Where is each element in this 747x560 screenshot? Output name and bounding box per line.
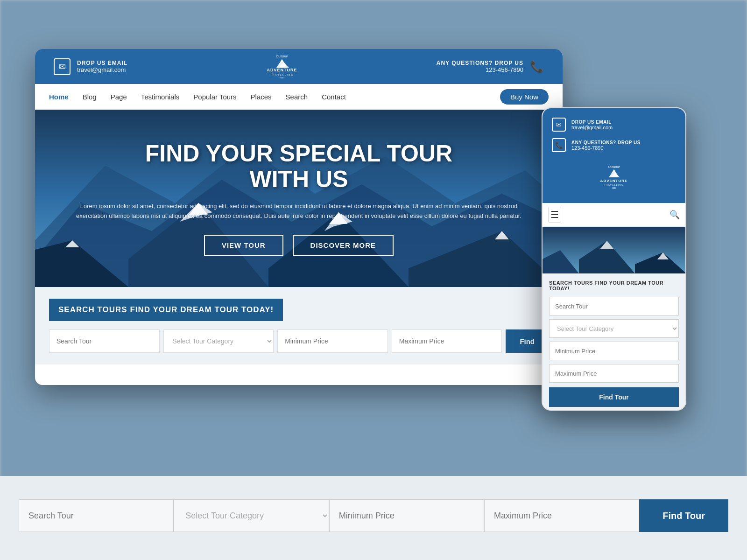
mobile-find-button[interactable]: Find Tour <box>549 387 679 407</box>
mobile-phone-value: 123-456-7890 <box>571 145 641 151</box>
svg-text:Outdoor: Outdoor <box>608 165 620 168</box>
mobile-search-section: SEARCH TOURS FIND YOUR DREAM TOUR TODAY!… <box>543 273 685 411</box>
header-email-text: DROP US EMAIL travel@gmail.com <box>77 60 127 73</box>
mobile-phone-info: ANY QUESTIONS? DROP US 123-456-7890 <box>571 140 641 151</box>
email-icon: ✉ <box>54 58 70 75</box>
nav-item-blog[interactable]: Blog <box>83 93 97 101</box>
view-tour-button[interactable]: VIEW TOUR <box>204 235 283 256</box>
mobile-phone-row: 📞 ANY QUESTIONS? DROP US 123-456-7890 <box>552 138 676 152</box>
header-logo: Outdoor ADVENTURE TRAVELLING 1947 <box>263 53 301 80</box>
mobile-email-label: DROP US EMAIL <box>571 119 613 125</box>
hero-section: FIND YOUR SPECIAL TOUR WITH US Lorem ips… <box>35 110 563 287</box>
hero-title: FIND YOUR SPECIAL TOUR WITH US <box>72 141 525 192</box>
mobile-email-info: DROP US EMAIL travel@gmail.com <box>571 119 613 130</box>
mobile-search-heading: SEARCH TOURS FIND YOUR DREAM TOUR TODAY! <box>549 280 679 291</box>
svg-marker-23 <box>613 169 615 172</box>
hero-buttons: VIEW TOUR DISCOVER MORE <box>72 235 525 256</box>
search-tour-input[interactable] <box>49 329 160 353</box>
mobile-header: ✉ DROP US EMAIL travel@gmail.com 📞 ANY Q… <box>543 108 685 203</box>
email-value: travel@gmail.com <box>77 66 127 73</box>
discover-more-button[interactable]: DISCOVER MORE <box>293 235 394 256</box>
mobile-search-input[interactable] <box>549 297 679 315</box>
mobile-search-icon[interactable]: 🔍 <box>669 210 680 220</box>
max-price-input[interactable] <box>392 329 502 353</box>
svg-text:1947: 1947 <box>279 77 284 78</box>
bottom-category-select[interactable]: Select Tour Category <box>174 499 329 532</box>
mobile-max-price-input[interactable] <box>549 364 679 383</box>
nav-item-popular-tours[interactable]: Popular Tours <box>193 93 236 101</box>
mobile-category-select[interactable]: Select Tour Category Adventure Tours Bea… <box>549 319 679 338</box>
bottom-min-price-input[interactable] <box>329 499 484 532</box>
svg-marker-3 <box>281 59 283 62</box>
category-select[interactable]: Select Tour Category Adventure Tours Bea… <box>163 329 274 353</box>
bottom-search-bar: Select Tour Category Find Tour <box>0 499 747 532</box>
nav-item-page[interactable]: Page <box>111 93 127 101</box>
hero-description: Lorem ipsum dolor sit amet, consectetur … <box>72 202 525 221</box>
phone-label: ANY QUESTIONS? DROP US <box>437 60 523 66</box>
svg-text:ADVENTURE: ADVENTURE <box>600 179 628 183</box>
desktop-mockup: ✉ DROP US EMAIL travel@gmail.com Outdoor… <box>35 49 563 385</box>
search-section: SEARCH TOURS FIND YOUR DREAM TOUR TODAY!… <box>35 287 563 364</box>
nav-item-contact[interactable]: Contact <box>322 93 346 101</box>
nav-item-testimonials[interactable]: Testimonials <box>141 93 180 101</box>
nav-item-places[interactable]: Places <box>251 93 272 101</box>
min-price-input[interactable] <box>277 329 388 353</box>
mobile-email-icon: ✉ <box>552 118 566 132</box>
nav-item-search[interactable]: Search <box>286 93 308 101</box>
mobile-email-value: travel@gmail.com <box>571 125 613 130</box>
nav-item-home[interactable]: Home <box>49 93 69 101</box>
svg-text:ADVENTURE: ADVENTURE <box>267 68 297 72</box>
search-form-row: Select Tour Category Adventure Tours Bea… <box>49 329 549 353</box>
desktop-header: ✉ DROP US EMAIL travel@gmail.com Outdoor… <box>35 49 563 84</box>
bottom-find-button[interactable]: Find Tour <box>639 499 728 532</box>
mobile-min-price-input[interactable] <box>549 342 679 360</box>
mobile-nav: ☰ 🔍 <box>543 203 685 227</box>
mobile-logo: Outdoor ADVENTURE TRAVELLING 1947 <box>552 159 676 194</box>
mobile-mockup: ✉ DROP US EMAIL travel@gmail.com 📞 ANY Q… <box>542 107 686 411</box>
header-phone-text: ANY QUESTIONS? DROP US 123-456-7890 <box>437 60 523 73</box>
svg-text:1947: 1947 <box>612 187 617 189</box>
search-title: SEARCH TOURS FIND YOUR DREAM TOUR TODAY! <box>49 299 283 321</box>
svg-text:TRAVELLING: TRAVELLING <box>604 184 624 186</box>
desktop-nav: Home Blog Page Testimonials Popular Tour… <box>35 84 563 110</box>
logo-svg: Outdoor ADVENTURE TRAVELLING 1947 <box>263 53 301 78</box>
header-email-section: ✉ DROP US EMAIL travel@gmail.com <box>54 58 127 75</box>
hamburger-icon[interactable]: ☰ <box>548 207 561 223</box>
svg-text:Outdoor: Outdoor <box>276 55 288 58</box>
phone-icon: 📞 <box>530 60 544 73</box>
svg-text:TRAVELLING: TRAVELLING <box>270 73 294 76</box>
phone-value: 123-456-7890 <box>437 66 523 73</box>
mobile-phone-label: ANY QUESTIONS? DROP US <box>571 140 641 145</box>
header-phone-section: ANY QUESTIONS? DROP US 123-456-7890 📞 <box>437 60 544 73</box>
bottom-search-input[interactable] <box>19 499 174 532</box>
bottom-max-price-input[interactable] <box>484 499 639 532</box>
mobile-hero: ‹ › <box>543 227 685 273</box>
mobile-phone-icon: 📞 <box>552 138 566 152</box>
buy-now-button[interactable]: Buy Now <box>500 89 549 105</box>
mobile-logo-svg: Outdoor ADVENTURE TRAVELLING 1947 <box>598 163 630 189</box>
mobile-email-row: ✉ DROP US EMAIL travel@gmail.com <box>552 118 676 132</box>
email-label: DROP US EMAIL <box>77 60 127 66</box>
hero-content: FIND YOUR SPECIAL TOUR WITH US Lorem ips… <box>35 141 563 256</box>
